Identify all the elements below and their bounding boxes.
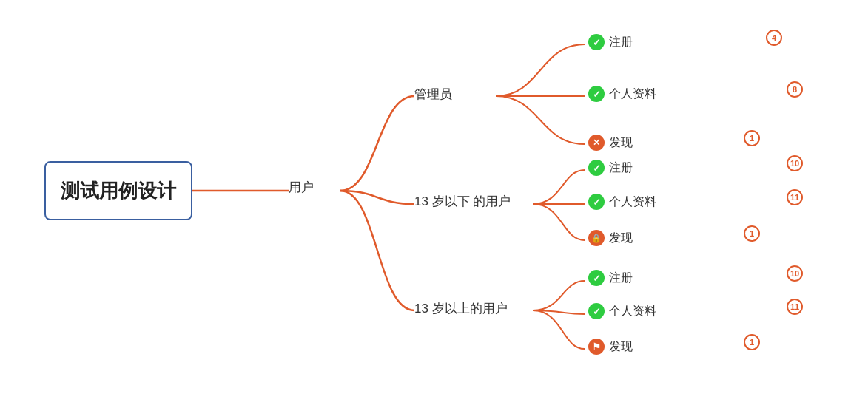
leaf-0-2: 发现 [588,135,633,151]
root-label: 测试用例设计 [61,178,176,204]
badge-1-2: 1 [744,225,760,242]
badge-1-1: 11 [787,189,803,205]
leaf-1-0: 注册 [588,160,633,176]
leaf-2-1: 个人资料 [588,303,656,319]
check-icon-1-1 [588,194,605,210]
flag-icon-2-2 [588,339,605,355]
level2-label-1: 13 岁以下 的用户 [414,193,511,210]
root-node: 测试用例设计 [44,161,192,220]
check-icon-2-1 [588,303,605,319]
badge-0-1: 8 [787,81,803,98]
leaf-0-0: 注册 [588,34,633,50]
level2-label-0: 管理员 [414,86,452,103]
check-icon-0-1 [588,86,605,102]
check-icon-2-0 [588,270,605,286]
leaf-1-1: 个人资料 [588,194,656,210]
leaf-0-1: 个人资料 [588,86,656,102]
check-icon-1-0 [588,160,605,176]
badge-2-0: 10 [787,265,803,282]
check-icon-0-0 [588,34,605,50]
badge-1-0: 10 [787,155,803,171]
leaf-2-2: 发现 [588,339,633,355]
level2-label-2: 13 岁以上的用户 [414,300,508,317]
leaf-2-0: 注册 [588,270,633,286]
x-icon-0-2 [588,135,605,151]
badge-2-1: 11 [787,299,803,315]
badge-2-2: 1 [744,334,760,350]
level1-label: 用户 [289,179,314,196]
leaf-1-2: 发现 [588,230,633,246]
badge-0-0: 4 [766,30,782,46]
badge-0-2: 1 [744,130,760,146]
lock-icon-1-2 [588,230,605,246]
